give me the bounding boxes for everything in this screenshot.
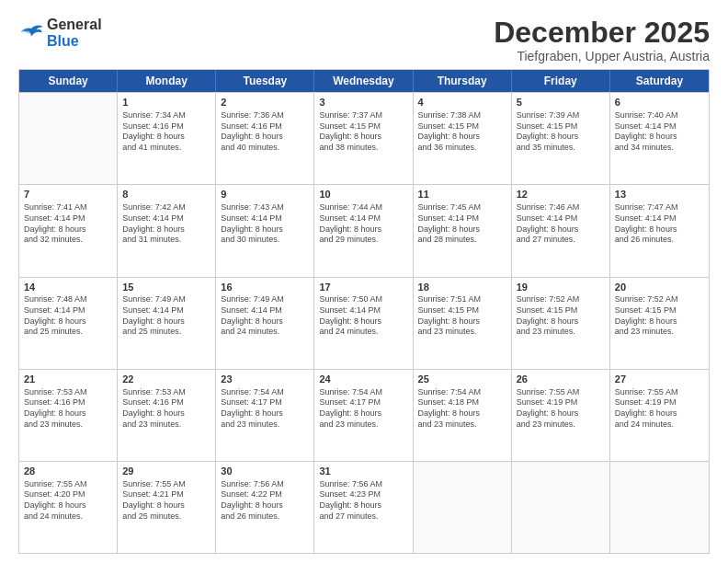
calendar-row: 1Sunrise: 7:34 AMSunset: 4:16 PMDaylight… [19,92,709,184]
calendar-cell: 18Sunrise: 7:51 AMSunset: 4:15 PMDayligh… [414,278,512,369]
calendar-cell: 8Sunrise: 7:42 AMSunset: 4:14 PMDaylight… [118,185,216,276]
logo-icon [18,23,44,43]
cell-info-line: Daylight: 8 hours [24,500,112,511]
calendar-cell: 22Sunrise: 7:53 AMSunset: 4:16 PMDayligh… [118,370,216,461]
calendar-cell: 28Sunrise: 7:55 AMSunset: 4:20 PMDayligh… [19,462,118,553]
cell-info-line: Daylight: 8 hours [221,132,309,143]
cell-info-line: Daylight: 8 hours [418,132,506,143]
cell-info-line: Daylight: 8 hours [319,224,407,236]
day-number: 29 [122,465,210,478]
cell-info-line: and 32 minutes. [24,235,112,246]
day-number: 19 [517,281,605,294]
cell-info-line: and 27 minutes. [517,235,605,246]
cell-info-line: and 35 minutes. [517,143,605,154]
cell-info-line: Daylight: 8 hours [122,408,210,419]
cell-info-line: Sunset: 4:14 PM [122,213,210,224]
cell-info-line: Sunset: 4:23 PM [319,489,407,500]
cell-info-line: Sunrise: 7:41 AM [24,202,112,213]
cell-info-line: Sunrise: 7:55 AM [122,479,210,490]
cell-info-line: Daylight: 8 hours [517,224,605,236]
cell-info-line: Sunrise: 7:53 AM [122,387,210,398]
day-number: 13 [615,188,704,201]
cell-info-line: Daylight: 8 hours [319,316,407,327]
location: Tiefgraben, Upper Austria, Austria [494,49,710,63]
cell-info-line: and 29 minutes. [319,235,407,246]
cell-info-line: Sunrise: 7:37 AM [319,110,407,121]
cell-info-line: and 25 minutes. [24,327,112,338]
cell-info-line: Daylight: 8 hours [24,316,112,327]
day-number: 10 [319,188,407,201]
cell-info-line: Daylight: 8 hours [24,408,112,419]
cell-info-line: and 23 minutes. [517,419,605,431]
cell-info-line: Sunset: 4:20 PM [24,489,112,500]
cell-info-line: Daylight: 8 hours [122,224,210,236]
cell-info-line: and 26 minutes. [615,235,704,246]
cell-info-line: and 30 minutes. [221,235,309,246]
cell-info-line: Daylight: 8 hours [319,500,407,511]
weekday-header: Friday [512,70,610,92]
calendar-cell [512,462,610,553]
cell-info-line: Sunset: 4:14 PM [221,213,309,224]
cell-info-line: Sunrise: 7:50 AM [319,294,407,305]
calendar-cell: 12Sunrise: 7:46 AMSunset: 4:14 PMDayligh… [512,185,610,276]
cell-info-line: and 26 minutes. [221,511,309,523]
day-number: 16 [221,281,309,294]
calendar-row: 28Sunrise: 7:55 AMSunset: 4:20 PMDayligh… [19,461,709,553]
calendar-cell [19,93,118,184]
calendar-body: 1Sunrise: 7:34 AMSunset: 4:16 PMDaylight… [19,92,709,553]
cell-info-line: Sunset: 4:16 PM [122,397,210,408]
logo-blue-text: Blue [47,33,79,49]
cell-info-line: Sunrise: 7:56 AM [319,479,407,490]
calendar-cell: 19Sunrise: 7:52 AMSunset: 4:15 PMDayligh… [512,278,610,369]
cell-info-line: Daylight: 8 hours [221,316,309,327]
calendar-cell: 9Sunrise: 7:43 AMSunset: 4:14 PMDaylight… [216,185,314,276]
day-number: 27 [615,373,704,386]
day-number: 21 [24,373,112,386]
calendar-cell: 21Sunrise: 7:53 AMSunset: 4:16 PMDayligh… [19,370,118,461]
cell-info-line: Sunset: 4:15 PM [615,305,704,316]
calendar-cell: 13Sunrise: 7:47 AMSunset: 4:14 PMDayligh… [610,185,709,276]
cell-info-line: and 23 minutes. [122,419,210,431]
weekday-header: Thursday [414,70,512,92]
cell-info-line: Sunrise: 7:49 AM [221,294,309,305]
cell-info-line: Sunset: 4:15 PM [517,305,605,316]
title-block: December 2025 Tiefgraben, Upper Austria,… [494,17,710,63]
cell-info-line: Sunrise: 7:55 AM [615,387,704,398]
cell-info-line: and 23 minutes. [24,419,112,431]
cell-info-line: Sunset: 4:19 PM [615,397,704,408]
cell-info-line: Sunrise: 7:39 AM [517,110,605,121]
day-number: 31 [319,465,407,478]
cell-info-line: Sunset: 4:16 PM [24,397,112,408]
logo-general-text: General [47,17,102,32]
cell-info-line: Daylight: 8 hours [122,316,210,327]
day-number: 17 [319,281,407,294]
day-number: 14 [24,281,112,294]
calendar-cell: 20Sunrise: 7:52 AMSunset: 4:15 PMDayligh… [610,278,709,369]
calendar-cell: 17Sunrise: 7:50 AMSunset: 4:14 PMDayligh… [314,278,413,369]
day-number: 23 [221,373,309,386]
day-number: 11 [418,188,506,201]
cell-info-line: Sunset: 4:14 PM [24,213,112,224]
day-number: 15 [122,281,210,294]
day-number: 3 [319,96,407,109]
cell-info-line: and 31 minutes. [122,235,210,246]
cell-info-line: and 24 minutes. [24,511,112,523]
cell-info-line: Sunrise: 7:45 AM [418,202,506,213]
calendar-cell: 16Sunrise: 7:49 AMSunset: 4:14 PMDayligh… [216,278,314,369]
cell-info-line: Sunrise: 7:54 AM [418,387,506,398]
day-number: 8 [122,188,210,201]
calendar-cell: 1Sunrise: 7:34 AMSunset: 4:16 PMDaylight… [118,93,216,184]
cell-info-line: Daylight: 8 hours [615,132,704,143]
cell-info-line: Daylight: 8 hours [319,132,407,143]
cell-info-line: Sunset: 4:14 PM [615,121,704,132]
day-number: 4 [418,96,506,109]
cell-info-line: Daylight: 8 hours [418,224,506,236]
cell-info-line: Sunrise: 7:54 AM [221,387,309,398]
cell-info-line: Daylight: 8 hours [615,316,704,327]
calendar-cell: 10Sunrise: 7:44 AMSunset: 4:14 PMDayligh… [314,185,413,276]
calendar-cell: 30Sunrise: 7:56 AMSunset: 4:22 PMDayligh… [216,462,314,553]
calendar-cell [610,462,709,553]
cell-info-line: Daylight: 8 hours [418,408,506,419]
day-number: 7 [24,188,112,201]
calendar-cell: 4Sunrise: 7:38 AMSunset: 4:15 PMDaylight… [414,93,512,184]
